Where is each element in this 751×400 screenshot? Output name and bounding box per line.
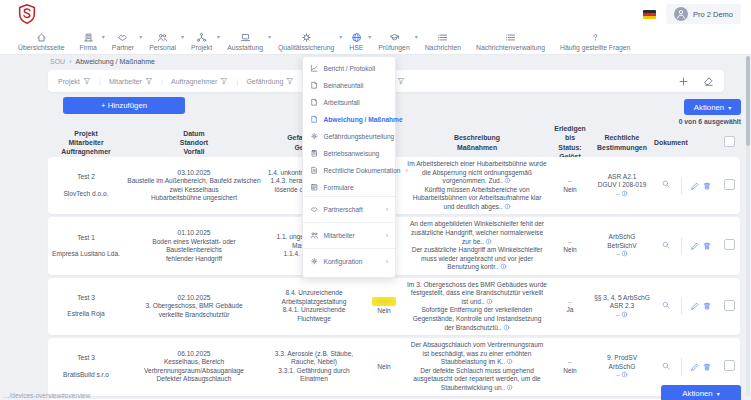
user-name: Pro 2 Demo <box>693 10 733 19</box>
nav-item[interactable]: ▾ Partner <box>112 32 134 51</box>
cell-rechtliche-bestimmungen: §§ 3, 4, 5 ArbSchG ASR 2.3 – <box>590 294 654 320</box>
projekt-value[interactable]: Test 2 <box>51 173 121 182</box>
info-icon[interactable] <box>506 358 513 365</box>
row-checkbox[interactable] <box>724 300 735 311</box>
menu-item-label: Partnerschaft <box>324 206 363 213</box>
filter-chip[interactable]: Projekt <box>58 77 91 85</box>
nav-item[interactable]: ▾ Personal <box>149 32 176 51</box>
menu-item[interactable]: Rechtliche Dokumentation › <box>303 162 395 179</box>
menu-item-label: Mitarbeiter <box>324 232 355 239</box>
nav-item[interactable]: ▾ Qualitätssicherung <box>278 32 334 51</box>
auftragnehmer-value[interactable]: BratisBuild s.r.o <box>51 371 121 380</box>
menu-item[interactable]: Konfiguration › <box>303 248 395 274</box>
add-button[interactable]: + Hinzufügen <box>63 97 185 114</box>
view-document-button[interactable] <box>661 300 671 310</box>
nav-item[interactable]: ▾ Prüfungen <box>378 32 409 51</box>
menu-item[interactable]: Mitarbeiter › <box>303 222 395 248</box>
menu-item[interactable]: Arbeitsunfall › <box>303 94 395 111</box>
info-icon[interactable] <box>506 384 513 391</box>
cell-dokument <box>654 300 678 313</box>
view-document-button[interactable] <box>661 361 671 371</box>
cell-projekt: Test 3 BratisBuild s.r.o <box>48 354 124 379</box>
info-icon[interactable] <box>485 238 492 245</box>
menu-item[interactable]: Formulare › <box>303 179 395 196</box>
delete-button[interactable] <box>702 362 712 372</box>
nav-item[interactable]: ▾ Projekt <box>191 32 212 51</box>
scrollbar-thumb[interactable] <box>746 56 750 146</box>
header-status: Erledigen bis Status: Gelöst <box>550 124 590 161</box>
nav-item[interactable]: ▾ Nachrichtenverwaltung <box>476 32 545 51</box>
row-checkbox[interactable] <box>724 179 735 190</box>
info-icon[interactable] <box>503 324 510 331</box>
delete-button[interactable] <box>702 241 712 251</box>
info-icon[interactable] <box>621 190 628 197</box>
cell-gefahrengruppe: 8.4. Unzureichende Arbeitsplatzgestaltun… <box>264 289 364 323</box>
info-icon[interactable] <box>621 371 628 378</box>
clear-filters-icon[interactable] <box>703 76 714 87</box>
auftragnehmer-value[interactable]: Estrella Roja <box>51 310 121 319</box>
chevron-right-icon: › <box>405 167 407 174</box>
menu-item[interactable]: Gefährdungsbeurteilung › <box>303 128 395 145</box>
breadcrumb: SOU › Abweichung / Maßnahme <box>50 58 155 65</box>
delete-button[interactable] <box>702 301 712 311</box>
nav-item[interactable]: ▾ HSE <box>349 32 363 51</box>
delete-button[interactable] <box>702 181 712 191</box>
menu-item[interactable]: Abweichung / Maßnahme › <box>303 111 395 128</box>
info-icon[interactable] <box>621 250 628 257</box>
standort-value: Kesselhaus, Bereich Verbrennungsraum/Abs… <box>127 358 261 375</box>
breadcrumb-root[interactable]: SOU <box>50 58 65 65</box>
info-icon[interactable] <box>504 203 511 210</box>
massnahmen-value: Der defekte Schlauch muss umgehend ausge… <box>413 367 541 391</box>
select-all-checkbox[interactable] <box>724 136 735 147</box>
edit-button[interactable] <box>690 241 700 251</box>
row-checkbox[interactable] <box>724 239 735 250</box>
nav-item[interactable]: ▾ Übersichtsseite <box>18 32 64 51</box>
projekt-value[interactable]: Test 3 <box>51 294 121 303</box>
menu-item[interactable]: Bericht / Protokoll › <box>303 60 395 77</box>
beschreibung-value: An dem abgebildeten Winkelschleifer fehl… <box>410 220 544 244</box>
info-icon[interactable] <box>621 311 628 318</box>
chevron-down-icon: ▾ <box>728 104 731 111</box>
cell-risiko: Nein <box>364 363 404 372</box>
menu-item[interactable]: Partnerschaft › <box>303 196 395 222</box>
app-logo[interactable] <box>16 3 38 25</box>
nav-item[interactable]: ▾ Nachrichten <box>425 32 461 51</box>
menu-item[interactable]: Beinaheunfall › <box>303 77 395 94</box>
geloest-value: Nein <box>553 186 587 195</box>
edit-button[interactable] <box>690 181 700 191</box>
actions-button-label: Aktionen <box>694 103 724 112</box>
project-icon <box>196 32 207 43</box>
projekt-value[interactable]: Test 1 <box>51 234 121 243</box>
edit-button[interactable] <box>690 301 700 311</box>
auftragnehmer-value[interactable]: Empresa Lusitano Lda. <box>51 250 121 259</box>
cell-projekt: Test 2 SlovTech d.o.o. <box>48 173 124 198</box>
add-filter-icon[interactable] <box>678 76 689 87</box>
actions-button-bottom[interactable]: Aktionen▾ <box>661 385 741 400</box>
actions-button[interactable]: Aktionen▾ <box>684 99 741 115</box>
info-icon[interactable] <box>500 263 507 270</box>
filter-chip[interactable]: Gefährdung <box>246 77 294 85</box>
vorfall-value: Hubarbeitsbühne ungesichert <box>127 194 261 203</box>
divider <box>681 237 682 255</box>
info-icon[interactable] <box>504 177 511 184</box>
info-icon[interactable] <box>486 298 493 305</box>
menu-item[interactable]: Betriebsanweisung › <box>303 145 395 162</box>
home-icon <box>36 32 47 43</box>
edit-button[interactable] <box>690 362 700 372</box>
view-document-button[interactable] <box>661 240 671 250</box>
auftragnehmer-value[interactable]: SlovTech d.o.o. <box>51 190 121 199</box>
nav-item[interactable]: ▾ Firma <box>79 32 96 51</box>
exam-icon <box>389 32 400 43</box>
user-menu[interactable]: Pro 2 Demo <box>666 4 741 24</box>
nav-item[interactable]: ▾ Ausstattung <box>227 32 263 51</box>
filter-chip[interactable]: Mitarbeiter <box>109 77 153 85</box>
nav-item[interactable]: ▾ Häufig gestellte Fragen <box>560 32 630 51</box>
german-flag-icon[interactable] <box>643 10 656 19</box>
row-checkbox[interactable] <box>724 360 735 371</box>
filter-chip[interactable]: Auftragnehmer <box>171 77 228 85</box>
chevron-down-icon: ▾ <box>139 33 142 40</box>
table-row: Test 3 Estrella Roja 02.10.2025 3. Oberg… <box>48 278 740 335</box>
view-document-button[interactable] <box>661 179 671 189</box>
cell-datum: 03.10.2025 Baustelle im Außenbereich, Ba… <box>124 169 264 203</box>
projekt-value[interactable]: Test 3 <box>51 354 121 363</box>
